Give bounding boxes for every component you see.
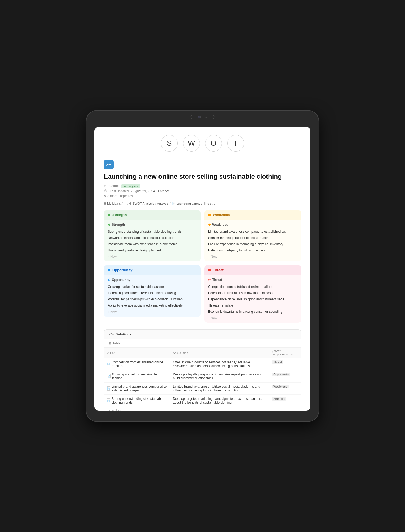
sol-row2-for[interactable]: 📄 Growing market for sustainable fashion: [104, 370, 170, 383]
sol-row4-solution[interactable]: Develop targeted marketing campaigns to …: [170, 395, 269, 407]
solutions-label: Solutions: [116, 332, 131, 336]
strength-item-1[interactable]: Strong understanding of sustainable clot…: [108, 229, 197, 235]
breadcrumb: My Matrix / ... / SWOT Analysis / Analys…: [104, 202, 301, 205]
sol-row4-for[interactable]: 📄 Strong understanding of sustainable cl…: [104, 395, 170, 407]
solutions-table-label: ⊞ Table: [104, 339, 301, 348]
file-icon: 📄: [107, 374, 111, 378]
strength-item-4[interactable]: User-friendly website design planned: [108, 247, 197, 254]
threat-dot: [208, 269, 211, 271]
camera-lens: [198, 116, 201, 118]
camera-bar: [190, 115, 215, 119]
weakness-body: ⊗ Weakness Limited brand awareness compa…: [204, 220, 301, 261]
camera-dot: [206, 117, 207, 118]
swot-o: O: [205, 135, 222, 152]
threat-card: Threat ✂ Threat Competition from establi…: [204, 265, 301, 323]
tablet-frame: S W O T Launching a new online store sel…: [86, 111, 319, 421]
strength-item-2[interactable]: Network of ethical and eco-conscious sup…: [108, 235, 197, 241]
weakness-card: Weakness ⊗ Weakness Limited brand awaren…: [204, 210, 301, 261]
opportunity-card: Opportunity ⊕ Opportunity Growing market…: [104, 265, 201, 323]
solutions-icon: </>: [109, 332, 114, 336]
updated-label: Last updated: [110, 189, 129, 193]
status-badge: In progress: [121, 184, 140, 188]
weakness-item-3[interactable]: Lack of experience in managing a physica…: [208, 241, 297, 247]
sol-row2-swot: Opportunity: [269, 370, 301, 383]
threat-item-1[interactable]: Competition from established online reta…: [208, 284, 297, 290]
screen: S W O T Launching a new online store sel…: [94, 127, 310, 411]
camera-circle-right: [212, 115, 215, 119]
strength-body: ⊕ Strength Strong understanding of susta…: [104, 220, 201, 261]
strength-header: Strength: [104, 210, 201, 220]
table-row: 📄 Limited brand awareness compared to es…: [104, 383, 301, 395]
breadcrumb-current: Launching a new online st...: [177, 202, 215, 205]
weakness-add-new[interactable]: + New: [208, 255, 297, 258]
more-properties[interactable]: ∨ 3 more properties: [104, 194, 301, 198]
weakness-item-4[interactable]: Reliant on third-party logistics provide…: [208, 247, 297, 254]
weakness-header: Weakness: [204, 210, 301, 220]
threat-header: Threat: [204, 265, 301, 275]
solutions-col-solution: Aa Solution: [170, 348, 269, 358]
sol-row3-solution[interactable]: Limited brand awareness - Utilize social…: [170, 383, 269, 395]
threat-add-new[interactable]: + New: [208, 316, 297, 320]
swot-w: W: [183, 135, 200, 152]
sol-row3-for[interactable]: 📄 Limited brand awareness compared to es…: [104, 383, 170, 395]
threat-item-4[interactable]: Threats Template: [208, 302, 297, 309]
strength-add-new[interactable]: + New: [108, 255, 197, 258]
opportunity-header: Opportunity: [104, 265, 201, 275]
solutions-col-for: ↗ For: [104, 348, 170, 358]
threat-item-3[interactable]: Dependence on reliable shipping and fulf…: [208, 296, 297, 302]
sol-row1-solution[interactable]: Offer unique products or services not re…: [170, 358, 269, 370]
solutions-add-col[interactable]: +: [291, 353, 292, 356]
breadcrumb-ellipsis: ...: [124, 202, 126, 205]
page-title: Launching a new online store selling sus…: [104, 172, 301, 181]
sol-row1-swot: Threat: [269, 358, 301, 370]
table-row: 📄 Strong understanding of sustainable cl…: [104, 395, 301, 407]
strength-card: Strength ⊕ Strength Strong understanding…: [104, 210, 201, 261]
table-row: 📄 Competition from established online re…: [104, 358, 301, 370]
opportunity-title: Opportunity: [112, 268, 132, 272]
swot-header: S W O T: [104, 135, 301, 152]
opportunity-item-2[interactable]: Increasing consumer interest in ethical …: [108, 290, 197, 296]
breadcrumb-analysis[interactable]: Analysis: [157, 202, 169, 205]
opportunity-inner-label: ⊕ Opportunity: [108, 278, 197, 282]
swot-t: T: [227, 135, 244, 152]
threat-title: Threat: [213, 268, 224, 272]
opportunity-body: ⊕ Opportunity Growing market for sustain…: [104, 275, 201, 317]
threat-item-5[interactable]: Economic downturns impacting consumer sp…: [208, 309, 297, 315]
strength-dot: [108, 214, 110, 216]
swot-grid: Strength ⊕ Strength Strong understanding…: [104, 210, 301, 323]
strength-item-3[interactable]: Passionate team with experience in e-com…: [108, 241, 197, 247]
solutions-col-swot: ↑ SWOT components +: [269, 348, 301, 358]
strength-inner-label: ⊕ Strength: [108, 223, 197, 227]
sol-row3-swot: Weakness: [269, 383, 301, 395]
solutions-table-section: ⊞ Table ↗ For Aa Solution ↑ SWOT compone…: [104, 339, 301, 411]
weakness-item-1[interactable]: Limited brand awareness compared to esta…: [208, 229, 297, 235]
solutions-add-row[interactable]: + + New: [104, 407, 301, 411]
solutions-table: ↗ For Aa Solution ↑ SWOT components +: [104, 348, 301, 407]
breadcrumb-matrix[interactable]: My Matrix: [107, 202, 121, 205]
page-icon: [104, 160, 114, 169]
sol-row1-for[interactable]: 📄 Competition from established online re…: [104, 358, 170, 370]
file-icon: 📄: [107, 386, 110, 391]
breadcrumb-swot[interactable]: SWOT Analysis: [133, 202, 154, 205]
threat-inner-label: ✂ Threat: [208, 278, 297, 282]
camera-circle-left: [190, 115, 193, 119]
opportunity-add-new[interactable]: + New: [108, 310, 197, 314]
file-icon: 📄: [107, 362, 110, 366]
weakness-item-2[interactable]: Smaller marketing budget for initial lau…: [208, 235, 297, 241]
updated-row: ⏱ Last updated August 29, 2024 11:52 AM: [104, 189, 301, 193]
solutions-section: </> Solutions ⊞ Table ↗ For Aa: [104, 329, 301, 411]
weakness-title: Weakness: [213, 213, 230, 217]
opportunity-item-4[interactable]: Ability to leverage social media marketi…: [108, 302, 197, 309]
status-row: ↺ Status In progress: [104, 184, 301, 188]
weakness-dot: [208, 214, 211, 216]
solutions-header: </> Solutions: [104, 330, 301, 339]
opportunity-item-1[interactable]: Growing market for sustainable fashion: [108, 284, 197, 290]
opportunity-item-3[interactable]: Potential for partnerships with eco-cons…: [108, 296, 197, 302]
file-icon: 📄: [107, 398, 110, 403]
strength-title: Strength: [112, 213, 127, 217]
sol-row4-swot: Strength: [269, 395, 301, 407]
swot-s: S: [161, 135, 178, 152]
weakness-inner-label: ⊗ Weakness: [208, 223, 297, 227]
sol-row2-solution[interactable]: Develop a loyalty program to incentivize…: [170, 370, 269, 383]
threat-item-2[interactable]: Potential for fluctuations in raw materi…: [208, 290, 297, 296]
